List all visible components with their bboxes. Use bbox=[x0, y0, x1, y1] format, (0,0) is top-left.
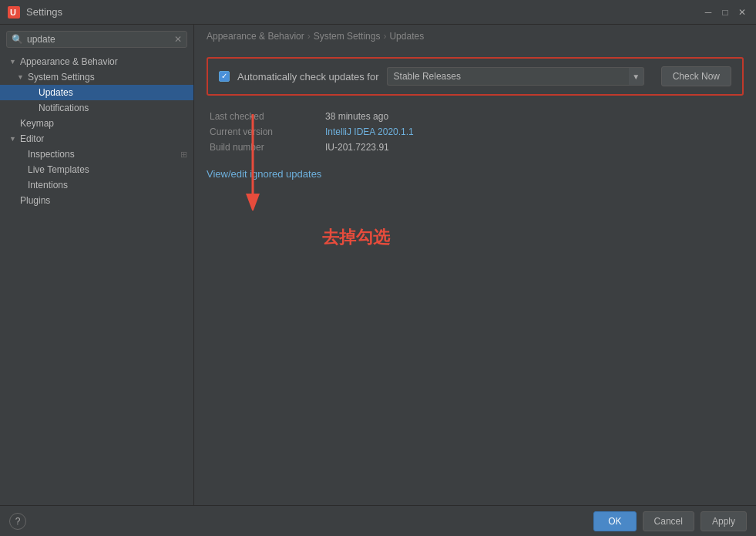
tree-area: ▼Appearance & Behavior▼System SettingsUp… bbox=[0, 54, 193, 505]
sidebar-item-appearance-behavior[interactable]: ▼Appearance & Behavior bbox=[0, 54, 193, 69]
breadcrumb-part-1: Appearance & Behavior bbox=[207, 31, 304, 42]
inspect-icon[interactable]: ⊞ bbox=[180, 150, 187, 160]
content-area: Appearance & Behavior › System Settings … bbox=[194, 25, 756, 505]
current-version-value: IntelliJ IDEA 2020.1.1 bbox=[325, 126, 744, 137]
title-bar: U Settings ─ □ ✕ bbox=[0, 0, 756, 25]
sidebar-label-inspections: Inspections bbox=[28, 149, 177, 160]
svg-text:U: U bbox=[10, 8, 16, 17]
breadcrumb-part-2: System Settings bbox=[314, 31, 381, 42]
annotation-area: 去掉勾选 bbox=[207, 203, 744, 249]
main-layout: 🔍 ✕ ▼Appearance & Behavior▼System Settin… bbox=[0, 25, 756, 505]
update-channel-dropdown[interactable]: Stable Releases Early Access Program Nig… bbox=[387, 67, 629, 86]
content-body: ✓ Automatically check updates for Stable… bbox=[194, 48, 756, 505]
build-number-value: IU-201.7223.91 bbox=[325, 142, 744, 153]
sidebar: 🔍 ✕ ▼Appearance & Behavior▼System Settin… bbox=[0, 25, 194, 505]
info-grid: Last checked 38 minutes ago Current vers… bbox=[207, 111, 744, 153]
sidebar-item-live-templates[interactable]: Live Templates bbox=[0, 162, 193, 177]
dropdown-arrow-button[interactable]: ▼ bbox=[629, 67, 644, 86]
sidebar-item-inspections[interactable]: Inspections⊞ bbox=[0, 147, 193, 162]
breadcrumb-sep-1: › bbox=[307, 31, 311, 42]
sidebar-item-system-settings[interactable]: ▼System Settings bbox=[0, 69, 193, 85]
cancel-button[interactable]: Cancel bbox=[643, 511, 694, 531]
search-input[interactable] bbox=[27, 34, 170, 45]
auto-check-label: Automatically check updates for bbox=[237, 71, 379, 83]
view-ignored-link[interactable]: View/edit ignored updates bbox=[207, 168, 321, 180]
help-button[interactable]: ? bbox=[9, 513, 26, 530]
breadcrumb-part-3: Updates bbox=[389, 31, 424, 42]
sidebar-item-notifications[interactable]: Notifications bbox=[0, 100, 193, 116]
bottom-actions: OK Cancel Apply bbox=[593, 511, 747, 531]
search-input-wrap[interactable]: 🔍 ✕ bbox=[6, 31, 187, 48]
tree-arrow-system-settings: ▼ bbox=[17, 73, 25, 81]
sidebar-label-notifications: Notifications bbox=[39, 103, 187, 113]
current-version-label: Current version bbox=[210, 126, 318, 137]
sidebar-label-live-templates: Live Templates bbox=[28, 164, 187, 175]
checkbox-checkmark: ✓ bbox=[221, 72, 227, 80]
search-bar: 🔍 ✕ bbox=[0, 25, 193, 54]
apply-button[interactable]: Apply bbox=[701, 511, 747, 531]
maximize-button[interactable]: □ bbox=[719, 6, 731, 19]
last-checked-value: 38 minutes ago bbox=[325, 111, 744, 122]
sidebar-label-editor: Editor bbox=[20, 133, 187, 144]
auto-check-checkbox[interactable]: ✓ bbox=[219, 71, 230, 82]
update-check-box: ✓ Automatically check updates for Stable… bbox=[207, 57, 744, 96]
app-icon: U bbox=[8, 6, 20, 19]
sidebar-item-keymap[interactable]: Keymap bbox=[0, 116, 193, 131]
tree-arrow-editor: ▼ bbox=[9, 135, 17, 143]
minimize-button[interactable]: ─ bbox=[702, 6, 714, 19]
search-icon: 🔍 bbox=[12, 34, 23, 45]
sidebar-item-intentions[interactable]: Intentions bbox=[0, 177, 193, 193]
dropdown-container: Stable Releases Early Access Program Nig… bbox=[387, 67, 644, 86]
window-controls: ─ □ ✕ bbox=[702, 6, 748, 19]
sidebar-label-intentions: Intentions bbox=[28, 180, 187, 190]
sidebar-label-updates: Updates bbox=[39, 87, 187, 98]
check-now-button[interactable]: Check Now bbox=[661, 66, 731, 86]
breadcrumb: Appearance & Behavior › System Settings … bbox=[194, 25, 756, 48]
sidebar-label-keymap: Keymap bbox=[20, 118, 187, 129]
ok-button[interactable]: OK bbox=[593, 511, 636, 531]
sidebar-label-plugins: Plugins bbox=[20, 195, 187, 206]
sidebar-item-updates[interactable]: Updates bbox=[0, 85, 193, 100]
sidebar-label-appearance-behavior: Appearance & Behavior bbox=[20, 56, 187, 67]
sidebar-item-plugins[interactable]: Plugins bbox=[0, 193, 193, 208]
last-checked-label: Last checked bbox=[210, 111, 318, 122]
close-button[interactable]: ✕ bbox=[736, 6, 748, 19]
window-title: Settings bbox=[26, 6, 702, 18]
sidebar-item-editor[interactable]: ▼Editor bbox=[0, 131, 193, 147]
breadcrumb-sep-2: › bbox=[383, 31, 386, 42]
bottom-bar: ? OK Cancel Apply bbox=[0, 505, 756, 536]
sidebar-label-system-settings: System Settings bbox=[28, 72, 187, 83]
search-clear-icon[interactable]: ✕ bbox=[174, 34, 182, 45]
annotation-text: 去掉勾选 bbox=[322, 228, 390, 247]
build-number-label: Build number bbox=[210, 142, 318, 153]
tree-arrow-appearance-behavior: ▼ bbox=[9, 58, 17, 66]
